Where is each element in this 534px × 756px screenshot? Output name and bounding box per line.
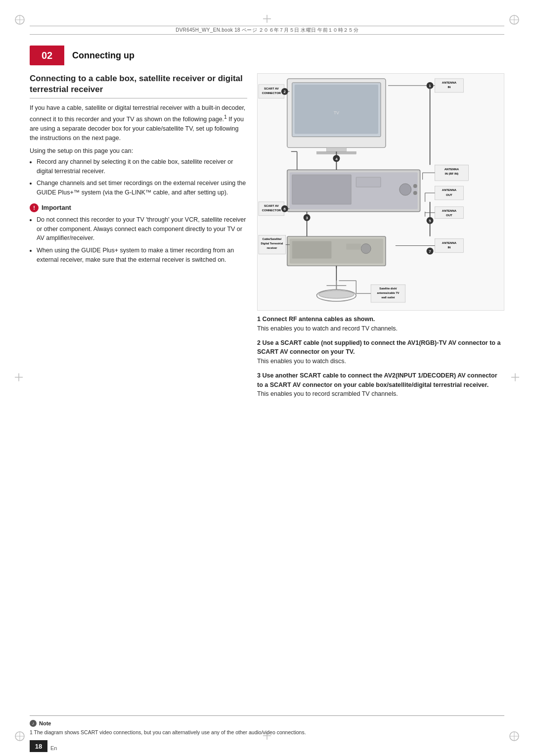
- important-label: Important: [42, 204, 71, 211]
- step3-label: 3: [257, 372, 262, 379]
- step1-text: This enables you to watch and record TV …: [257, 325, 398, 332]
- svg-point-61: [361, 244, 371, 254]
- svg-text:Satellite dish/: Satellite dish/: [379, 287, 397, 290]
- svg-text:2: 2: [284, 90, 286, 94]
- important-box: ! Important Do not connect this recorder…: [30, 203, 247, 265]
- tick-top: [262, 14, 272, 25]
- svg-text:receiver: receiver: [267, 246, 277, 249]
- chapter-number: 02: [30, 50, 64, 61]
- step2-bold-text: Use a SCART cable (not supplied) to conn…: [257, 339, 500, 356]
- important-header: ! Important: [30, 203, 247, 212]
- reg-mark-br: [508, 730, 520, 742]
- step-1: 1 Connect RF antenna cables as shown. Th…: [257, 315, 504, 333]
- tick-right: [510, 373, 520, 384]
- svg-text:wall outlet: wall outlet: [381, 296, 395, 299]
- steps-section: 1 Connect RF antenna cables as shown. Th…: [257, 315, 504, 399]
- svg-point-40: [413, 191, 417, 195]
- header-strip: DVR645H_WY_EN.book 18 ページ ２０６年７月５日 水曜日 午…: [30, 26, 504, 35]
- step2-label: 2: [257, 339, 262, 346]
- svg-rect-62: [346, 244, 361, 250]
- svg-rect-36: [292, 175, 352, 204]
- content-area: Connecting to a cable box, satellite rec…: [30, 73, 504, 707]
- svg-text:IN: IN: [447, 246, 450, 249]
- svg-text:ANTENNA: ANTENNA: [442, 209, 457, 212]
- note-label: Note: [39, 720, 51, 726]
- footer-area: ♪ Note 1 The diagram shows SCART video c…: [30, 715, 504, 736]
- right-column: TV SCART AV CONNECTOR ANTENNA IN: [257, 73, 504, 404]
- feature-bullet-list: Record any channel by selecting it on th…: [37, 157, 247, 197]
- svg-text:IN (RF IN): IN (RF IN): [445, 172, 458, 175]
- step1-bold-text: Connect RF antenna cables as shown.: [262, 316, 375, 323]
- svg-text:antenna/cable TV: antenna/cable TV: [377, 291, 399, 294]
- bullet-item-1: Record any channel by selecting it on th…: [37, 157, 247, 176]
- header-text: DVR645H_WY_EN.book 18 ページ ２０６年７月５日 水曜日 午…: [176, 27, 358, 34]
- svg-text:7: 7: [429, 249, 431, 254]
- note-text: 1 The diagram shows SCART video connecti…: [30, 729, 504, 736]
- step3-bold-text: Use another SCART cable to connect the A…: [257, 372, 497, 388]
- page-badge: 18: [30, 740, 47, 752]
- step-3: 3 Use another SCART cable to connect the…: [257, 371, 504, 399]
- body-paragraph1: If you have a cable, satellite or digita…: [30, 103, 247, 143]
- svg-text:IN: IN: [447, 86, 450, 89]
- reg-mark-tr: [508, 14, 520, 26]
- important-icon: !: [30, 203, 39, 212]
- svg-text:OUT: OUT: [446, 214, 452, 217]
- page-lang: En: [50, 745, 57, 751]
- reg-mark-tl: [14, 14, 26, 26]
- step2-text: This enables you to watch discs.: [257, 358, 346, 365]
- connection-diagram: TV SCART AV CONNECTOR ANTENNA IN: [257, 73, 504, 311]
- page-number: 18: [35, 743, 42, 750]
- svg-text:CONNECTOR: CONNECTOR: [262, 209, 281, 212]
- important-bullet-2: When using the GUIDE Plus+ system to mak…: [37, 246, 247, 265]
- svg-text:3: 3: [306, 216, 308, 220]
- tick-left: [14, 373, 24, 384]
- svg-text:SCART AV: SCART AV: [264, 87, 279, 90]
- bullet-item-2: Change channels and set timer recordings…: [37, 179, 247, 197]
- diagram-svg: TV SCART AV CONNECTOR ANTENNA IN: [258, 74, 504, 310]
- svg-rect-60: [292, 241, 332, 259]
- step-2: 2 Use a SCART cable (not supplied) to co…: [257, 338, 504, 366]
- svg-text:ANTENNA: ANTENNA: [442, 81, 457, 84]
- svg-text:Digital Terrestrial: Digital Terrestrial: [261, 242, 283, 245]
- svg-text:5: 5: [429, 219, 431, 223]
- svg-text:Cable/Satellite/: Cable/Satellite/: [262, 237, 281, 240]
- step1-label: 1: [257, 316, 262, 323]
- svg-text:ANTENNA: ANTENNA: [442, 241, 457, 244]
- step3-text: This enables you to record scrambled TV …: [257, 390, 398, 397]
- svg-text:OUT: OUT: [446, 193, 452, 196]
- svg-text:6: 6: [284, 207, 286, 211]
- note-header: ♪ Note: [30, 720, 504, 727]
- reg-mark-bl: [14, 730, 26, 742]
- svg-text:SCART AV: SCART AV: [264, 204, 279, 207]
- svg-rect-24: [326, 147, 346, 151]
- svg-text:1: 1: [429, 84, 431, 88]
- chapter-bar: 02 Connecting up: [30, 46, 504, 65]
- using-setup-text: Using the setup on this page you can:: [30, 147, 247, 154]
- important-bullet-list: Do not connect this recorder to your TV …: [37, 215, 247, 265]
- chapter-title: Connecting up: [64, 46, 504, 65]
- svg-point-39: [413, 184, 417, 188]
- svg-text:ANTENNA: ANTENNA: [442, 189, 457, 191]
- svg-text:4: 4: [335, 157, 338, 161]
- svg-text:TV: TV: [334, 110, 339, 115]
- note-icon: ♪: [30, 720, 37, 727]
- svg-rect-37: [356, 177, 381, 187]
- svg-rect-22: [295, 85, 378, 134]
- svg-text:ANTENNA: ANTENNA: [445, 168, 459, 171]
- left-column: Connecting to a cable box, satellite rec…: [30, 73, 247, 270]
- svg-point-73: [319, 290, 355, 298]
- svg-rect-89: [435, 207, 464, 219]
- svg-text:CONNECTOR: CONNECTOR: [262, 92, 281, 94]
- important-bullet-1: Do not connect this recorder to your TV …: [37, 215, 247, 243]
- svg-point-38: [400, 184, 411, 195]
- section-title: Connecting to a cable box, satellite rec…: [30, 73, 247, 98]
